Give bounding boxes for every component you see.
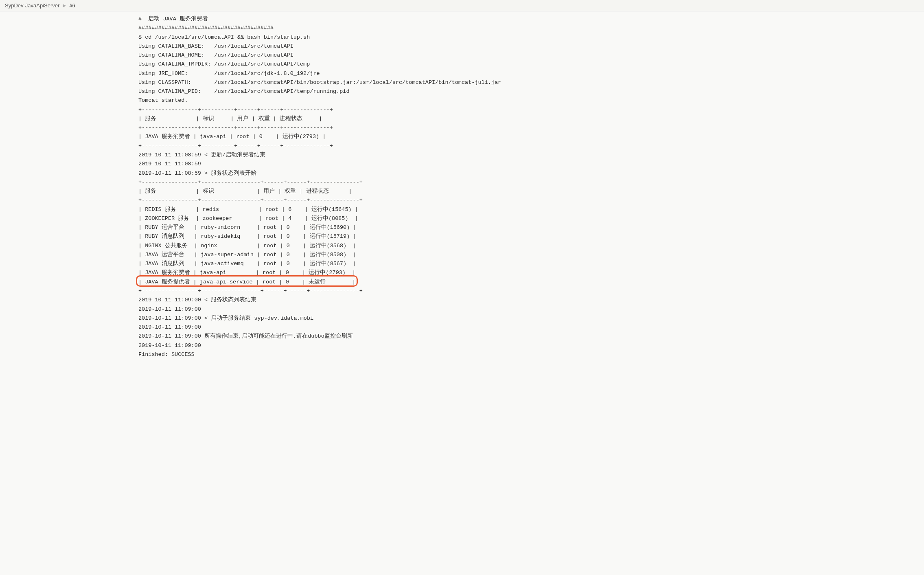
console-line: | JAVA 服务消费者 | java-api | root | 0 | 运行中… [138,134,326,140]
console-line: | RUBY 运营平台 | ruby-unicorn | root | 0 | … [138,224,356,230]
console-line: | JAVA 服务提供者 | java-api-service | root |… [138,279,355,285]
console-line: Finished: SUCCESS [138,351,195,358]
console-line: | JAVA 消息队列 | java-activemq | root | 0 |… [138,261,356,267]
console-line: 2019-10-11 11:08:59 > 服务状态列表开始 [138,170,256,176]
console-line: 2019-10-11 11:08:59 < 更新/启动消费者结束 [138,152,265,158]
console-line: 2019-10-11 11:09:00 < 服务状态列表结束 [138,297,256,303]
console-line: Using JRE_HOME: /usr/local/src/jdk-1.8.0… [138,70,320,77]
console-line: 2019-10-11 11:09:00 < 启动子服务结束 syp-dev.id… [138,315,313,321]
console-line: Using CATALINA_BASE: /usr/local/src/tomc… [138,43,293,49]
console-line: Tomcat started. [138,97,188,103]
console-line: | 服务 | 标识 | 用户 | 权重 | 进程状态 | [138,188,352,194]
console-line: +-----------------+------------------+--… [138,288,363,294]
console-line: Using CLASSPATH: /usr/local/src/tomcatAP… [138,79,501,86]
console-line: | JAVA 服务消费者 | java-api | root | 0 | 运行中… [138,270,355,276]
console-line: +-----------------+------------------+--… [138,197,363,203]
console-line: $ cd /usr/local/src/tomcatAPI && bash bi… [138,34,310,40]
console-line: | REDIS 服务 | redis | root | 6 | 运行中(1564… [138,206,358,213]
console-line: +-----------------+------------------+--… [138,179,363,185]
console-output-panel: # 启动 JAVA 服务消费者 ########################… [0,11,924,367]
breadcrumb-build-number: #6 [69,2,75,9]
console-line: | RUBY 消息队列 | ruby-sidekiq | root | 0 | … [138,233,356,239]
console-line: | ZOOKEEPER 服务 | zookeeper | root | 4 | … [138,215,358,222]
console-line: | JAVA 运营平台 | java-super-admin | root | … [138,252,356,258]
console-line: 2019-10-11 11:09:00 [138,342,201,349]
breadcrumb: SypDev-JavaApiServer ▶ #6 [0,0,924,11]
console-line: +-----------------+----------+------+---… [138,125,333,131]
console-line: Using CATALINA_TMPDIR: /usr/local/src/to… [138,61,310,67]
breadcrumb-project-link[interactable]: SypDev-JavaApiServer [5,2,59,9]
console-line: | 服务 | 标识 | 用户 | 权重 | 进程状态 | [138,116,322,122]
console-line: 2019-10-11 11:09:00 [138,306,201,312]
console-line: 2019-10-11 11:09:00 所有操作结束,启动可能还在进行中,请在d… [138,333,353,339]
console-line: Using CATALINA_HOME: /usr/local/src/tomc… [138,52,293,58]
console-line: +-----------------+----------+------+---… [138,143,333,149]
console-line: | NGINX 公共服务 | nginx | root | 0 | 运行中(35… [138,243,356,249]
console-line: # 启动 JAVA 服务消费者 [138,16,208,22]
console-line: 2019-10-11 11:09:00 [138,324,201,330]
console-line: Using CATALINA_PID: /usr/local/src/tomca… [138,88,349,94]
console-line: 2019-10-11 11:08:59 [138,161,201,167]
chevron-right-icon: ▶ [63,3,66,8]
console-line: +-----------------+----------+------+---… [138,107,333,113]
console-line: ########################################… [138,25,274,31]
console-output: # 启动 JAVA 服务消费者 ########################… [0,11,924,367]
console-wrapper: # 启动 JAVA 服务消费者 ########################… [0,11,924,367]
